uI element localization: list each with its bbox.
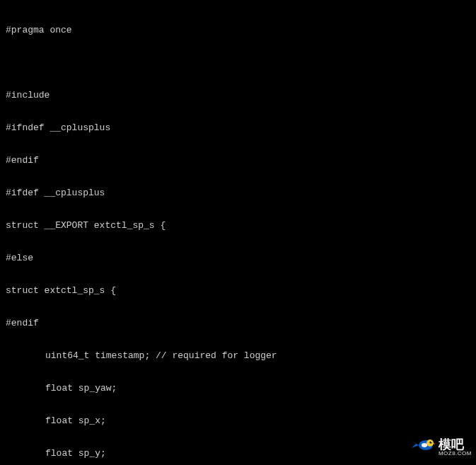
svg-point-3 bbox=[431, 442, 431, 442]
svg-point-4 bbox=[422, 443, 427, 447]
bird-icon bbox=[412, 435, 436, 459]
code-line: struct __EXPORT extctl_sp_s { bbox=[6, 217, 470, 234]
code-line: struct extctl_sp_s { bbox=[6, 282, 470, 299]
code-line: float sp_y; bbox=[6, 445, 470, 461]
watermark-text: 模吧 bbox=[439, 438, 464, 451]
code-line: float sp_x; bbox=[6, 413, 470, 429]
code-line: uint64_t timestamp; // required for logg… bbox=[6, 348, 470, 364]
code-line: #ifdef __cplusplus bbox=[6, 185, 470, 201]
code-line: #ifndef __cplusplus bbox=[6, 120, 470, 136]
watermark: 模吧 MOZ8.COM bbox=[412, 435, 472, 459]
watermark-url: MOZ8.COM bbox=[439, 451, 472, 457]
code-line: #pragma once bbox=[6, 22, 470, 38]
code-line: #else bbox=[6, 250, 470, 266]
code-line: #include bbox=[6, 87, 470, 103]
code-line: #endif bbox=[6, 152, 470, 168]
code-line: float sp_yaw; bbox=[6, 380, 470, 396]
code-block: #pragma once #include #ifndef __cplusplu… bbox=[0, 0, 476, 465]
svg-point-2 bbox=[429, 441, 431, 443]
code-line: #endif bbox=[6, 315, 470, 331]
